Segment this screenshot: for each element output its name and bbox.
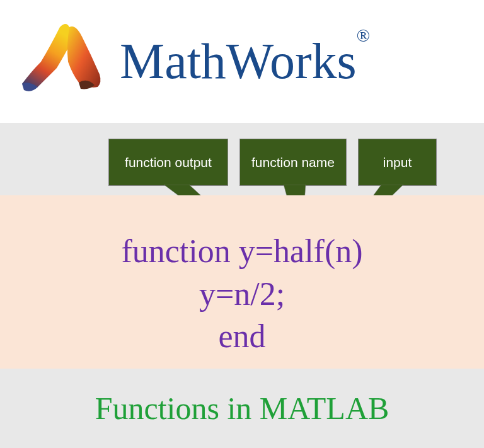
callout-input-label: input xyxy=(383,155,412,170)
code-line-2: y=n/2; xyxy=(0,273,484,316)
mathworks-logo-icon xyxy=(13,14,107,109)
code-output-var: y xyxy=(239,233,255,269)
code-line-1: function y=half(n) xyxy=(0,230,484,273)
keyword-function: function xyxy=(121,233,238,269)
callout-function-output: function output xyxy=(108,139,228,186)
code-band: function y=half(n) y=n/2; end xyxy=(0,195,484,369)
code-paren-open: ( xyxy=(325,233,335,269)
code-input-var: n xyxy=(335,233,352,269)
code-func-name: half xyxy=(274,233,325,269)
header-region: MathWorks® xyxy=(0,0,484,123)
callout-function-name: function name xyxy=(239,139,347,186)
callout-band: function output function name input xyxy=(0,123,484,195)
page-title: Functions in MATLAB xyxy=(95,390,389,427)
brand-name: MathWorks® xyxy=(120,33,370,90)
registered-mark: ® xyxy=(357,26,370,45)
code-equals: = xyxy=(255,233,274,269)
brand-text: MathWorks xyxy=(120,33,357,89)
code-line-3: end xyxy=(0,315,484,358)
code-example: function y=half(n) y=n/2; end xyxy=(0,230,484,358)
callout-input: input xyxy=(358,139,437,186)
callout-name-label: function name xyxy=(251,155,335,170)
footer-band: Functions in MATLAB xyxy=(0,369,484,448)
callout-output-label: function output xyxy=(125,155,212,170)
code-paren-close: ) xyxy=(352,233,362,269)
